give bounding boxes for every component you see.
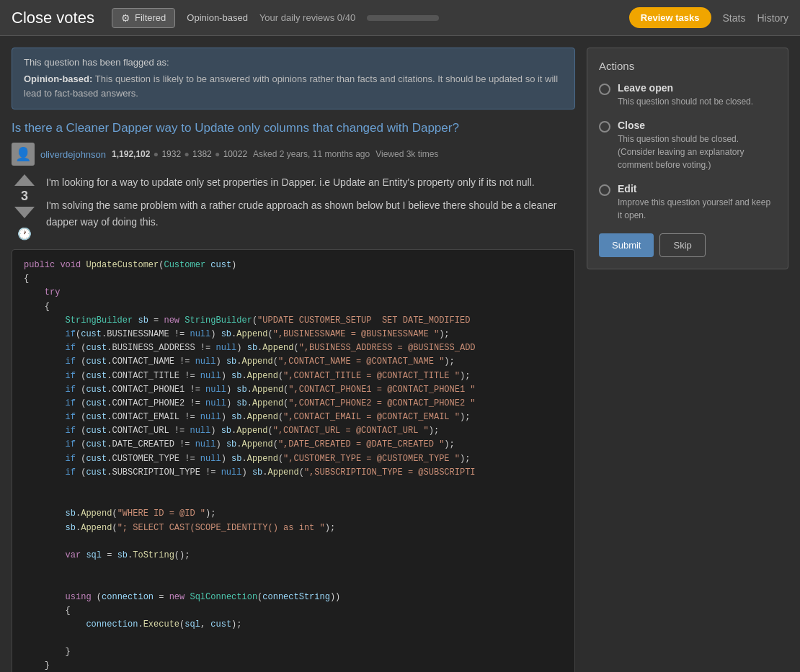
question-title[interactable]: Is there a Cleaner Dapper way to Update …: [12, 121, 575, 135]
downvote-button[interactable]: [14, 207, 35, 218]
close-radio[interactable]: [599, 121, 610, 133]
upvote-button[interactable]: [14, 174, 35, 186]
gear-icon: ⚙: [121, 12, 130, 24]
actions-buttons: Submit Skip: [599, 233, 776, 257]
code-block: public void UpdateCustomer(Customer cust…: [12, 249, 575, 672]
filtered-label: Filtered: [135, 12, 166, 23]
opinion-tag: Opinion-based: [187, 12, 248, 23]
username[interactable]: oliverdejohnson: [40, 149, 106, 160]
leave-open-radio[interactable]: [599, 84, 610, 95]
edit-label: Edit: [618, 183, 776, 194]
edit-desc: Improve this question yourself and keep …: [618, 196, 776, 222]
history-link[interactable]: History: [757, 12, 788, 24]
close-label: Close: [618, 120, 776, 131]
user-info-row: 👤 oliverdejohnson 1,192,102 ● 1932 ● 138…: [12, 143, 575, 166]
leave-open-content: Leave open This question should not be c…: [618, 82, 753, 108]
daily-reviews: Your daily reviews 0/40: [259, 12, 355, 23]
close-content: Close This question should be closed. (C…: [618, 120, 776, 171]
leave-open-option[interactable]: Leave open This question should not be c…: [599, 82, 776, 108]
asked-info: Asked 2 years, 11 months ago: [253, 149, 370, 159]
filtered-button[interactable]: ⚙ Filtered: [112, 8, 175, 28]
question-body-wrap: 3 🕐 I'm looking for a way to update only…: [12, 174, 575, 241]
user-stats: 1,192,102 ● 1932 ● 1382 ● 10022: [112, 149, 247, 159]
page-title: Close votes: [12, 9, 94, 27]
stats-link[interactable]: Stats: [723, 12, 746, 24]
flag-notice-body: Opinion-based: This question is likely t…: [24, 72, 563, 100]
question-paragraph-1: I'm looking for a way to update only set…: [46, 174, 575, 190]
vote-count: 3: [21, 189, 28, 204]
flag-notice: This question has been flagged as: Opini…: [12, 48, 575, 109]
close-desc: This question should be closed. (Conside…: [618, 133, 776, 171]
viewed-info: Viewed 3k times: [375, 149, 438, 159]
left-panel: This question has been flagged as: Opini…: [12, 48, 575, 672]
question-text: I'm looking for a way to update only set…: [46, 174, 575, 241]
main-content: This question has been flagged as: Opini…: [0, 36, 800, 672]
question-paragraph-2: I'm solving the same problem with a rath…: [46, 197, 575, 230]
bookmark-icon[interactable]: 🕐: [17, 227, 32, 241]
avatar: 👤: [12, 143, 35, 166]
review-tasks-button[interactable]: Review tasks: [629, 7, 711, 28]
leave-open-label: Leave open: [618, 82, 753, 94]
close-option[interactable]: Close This question should be closed. (C…: [599, 120, 776, 171]
flag-description: This question is likely to be answered w…: [24, 73, 558, 99]
progress-bar: [367, 15, 439, 21]
vote-column: 3 🕐: [12, 174, 37, 241]
header: Close votes ⚙ Filtered Opinion-based You…: [0, 0, 800, 36]
actions-title: Actions: [599, 60, 776, 72]
flag-type-label: Opinion-based:: [24, 73, 92, 84]
edit-radio[interactable]: [599, 184, 610, 196]
actions-box: Actions Leave open This question should …: [587, 48, 788, 269]
leave-open-desc: This question should not be closed.: [618, 95, 753, 108]
edit-option[interactable]: Edit Improve this question yourself and …: [599, 183, 776, 222]
edit-content: Edit Improve this question yourself and …: [618, 183, 776, 222]
right-panel: Actions Leave open This question should …: [587, 48, 788, 672]
submit-button[interactable]: Submit: [599, 233, 654, 257]
flag-notice-title: This question has been flagged as:: [24, 57, 563, 68]
skip-button[interactable]: Skip: [659, 233, 705, 257]
